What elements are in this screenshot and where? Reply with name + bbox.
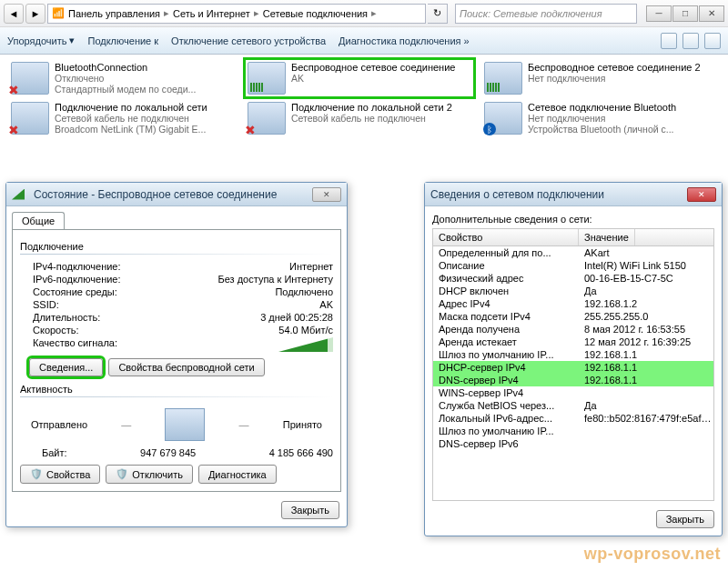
- dialog-title-bar[interactable]: Состояние - Беспроводное сетевое соедине…: [6, 183, 347, 206]
- table-row[interactable]: Маска подсети IPv4255.255.255.0: [433, 310, 713, 323]
- connection-icon: [11, 62, 49, 95]
- back-button[interactable]: ◄: [4, 4, 24, 24]
- connections-area: BluetoothConnectionОтключеноСтандартный …: [0, 55, 728, 182]
- column-property[interactable]: Свойство: [433, 229, 579, 245]
- connect-to-button[interactable]: Подключение к: [87, 35, 158, 46]
- connection-icon: [248, 102, 286, 135]
- close-details-button[interactable]: Закрыть: [656, 510, 714, 528]
- organize-menu[interactable]: Упорядочить ▾: [7, 35, 75, 46]
- table-row[interactable]: Аренда истекает12 мая 2012 г. 16:39:25: [433, 336, 713, 348]
- group-activity-label: Активность: [20, 384, 333, 395]
- table-row[interactable]: Аренда получена8 мая 2012 г. 16:53:55: [433, 323, 713, 336]
- close-icon[interactable]: ✕: [312, 187, 341, 202]
- table-row[interactable]: ОписаниеIntel(R) WiFi Link 5150: [433, 259, 713, 272]
- preview-pane-icon[interactable]: [682, 33, 699, 49]
- folder-icon: 📶: [52, 7, 65, 19]
- connection-item[interactable]: Сетевое подключение BluetoothНет подключ…: [482, 100, 710, 136]
- shield-icon: 🛡️: [116, 468, 128, 480]
- signal-bars-icon: [278, 337, 333, 352]
- breadcrumb-bar[interactable]: 📶 Панель управления▸ Сеть и Интернет▸ Се…: [47, 4, 426, 24]
- disable-button[interactable]: 🛡️Отключить: [106, 465, 193, 484]
- connection-item[interactable]: Беспроводное сетевое соединениеAK: [246, 60, 473, 96]
- wireless-properties-button[interactable]: Свойства беспроводной сети: [108, 358, 264, 376]
- wifi-status-dialog: Состояние - Беспроводное сетевое соедине…: [5, 182, 348, 527]
- connection-icon: [484, 62, 522, 95]
- connection-item[interactable]: Подключение по локальной сети 2Сетевой к…: [246, 100, 473, 136]
- close-icon[interactable]: ✕: [687, 187, 716, 202]
- details-subtitle: Дополнительные сведения о сети:: [432, 214, 714, 225]
- connection-item[interactable]: Подключение по локальной сетиСетевой каб…: [9, 100, 237, 136]
- diagnose-button[interactable]: Диагностика: [198, 465, 277, 484]
- table-row[interactable]: Шлюз по умолчанию IP...192.168.1.1: [433, 348, 713, 361]
- table-row[interactable]: DNS-сервер IPv4192.168.1.1: [433, 374, 713, 386]
- table-row[interactable]: Шлюз по умолчанию IP...: [433, 425, 713, 437]
- table-row[interactable]: Локальный IPv6-адрес...fe80::b502:8167:4…: [433, 412, 713, 425]
- close-button[interactable]: ✕: [699, 5, 724, 22]
- view-icon[interactable]: [661, 33, 677, 49]
- details-button[interactable]: Сведения...: [29, 358, 103, 376]
- connection-icon: [11, 102, 49, 135]
- watermark-text: wp-voprosov.net: [584, 545, 721, 564]
- network-details-dialog: Сведения о сетевом подключении ✕ Дополни…: [424, 182, 723, 536]
- column-value[interactable]: Значение: [579, 229, 635, 245]
- help-icon[interactable]: [704, 33, 721, 49]
- table-row[interactable]: Адрес IPv4192.168.1.2: [433, 297, 713, 310]
- folder-toolbar: Упорядочить ▾ Подключение к Отключение с…: [0, 27, 728, 55]
- shield-icon: 🛡️: [30, 468, 43, 480]
- activity-icon: [165, 408, 205, 441]
- connection-icon: [248, 62, 286, 95]
- explorer-address-bar: ◄ ► 📶 Панель управления▸ Сеть и Интернет…: [0, 0, 728, 27]
- search-input[interactable]: Поиск: Сетевые подключения: [455, 4, 637, 24]
- dialog-title-bar[interactable]: Сведения о сетевом подключении ✕: [425, 183, 722, 206]
- disable-device-button[interactable]: Отключение сетевого устройства: [171, 35, 326, 46]
- tab-general[interactable]: Общие: [12, 212, 65, 229]
- close-status-button[interactable]: Закрыть: [281, 501, 339, 519]
- minimize-button[interactable]: ─: [646, 5, 672, 22]
- maximize-button[interactable]: □: [672, 5, 698, 22]
- table-row[interactable]: Физический адрес00-16-EB-15-C7-5C: [433, 272, 713, 285]
- table-row[interactable]: WINS-сервер IPv4: [433, 386, 713, 399]
- table-row[interactable]: DHCP-сервер IPv4192.168.1.1: [433, 361, 713, 374]
- diagnostics-button[interactable]: Диагностика подключения »: [339, 35, 470, 46]
- refresh-button[interactable]: ↻: [428, 4, 448, 24]
- breadcrumb[interactable]: Панель управления▸ Сеть и Интернет▸ Сете…: [68, 7, 377, 19]
- table-row[interactable]: Определенный для по...AKart: [433, 246, 713, 259]
- signal-icon: [12, 189, 25, 200]
- table-row[interactable]: Служба NetBIOS через...Да: [433, 399, 713, 412]
- connection-item[interactable]: Беспроводное сетевое соединение 2Нет под…: [482, 60, 710, 96]
- table-row[interactable]: DNS-сервер IPv6: [433, 437, 713, 450]
- connection-icon: [484, 102, 522, 135]
- forward-button[interactable]: ►: [25, 4, 46, 24]
- table-row[interactable]: DHCP включенДа: [433, 285, 713, 297]
- details-table: Свойство Значение Определенный для по...…: [432, 228, 714, 501]
- group-connection-label: Подключение: [20, 241, 333, 252]
- properties-button[interactable]: 🛡️Свойства: [20, 465, 100, 484]
- connection-item[interactable]: BluetoothConnectionОтключеноСтандартный …: [9, 60, 237, 96]
